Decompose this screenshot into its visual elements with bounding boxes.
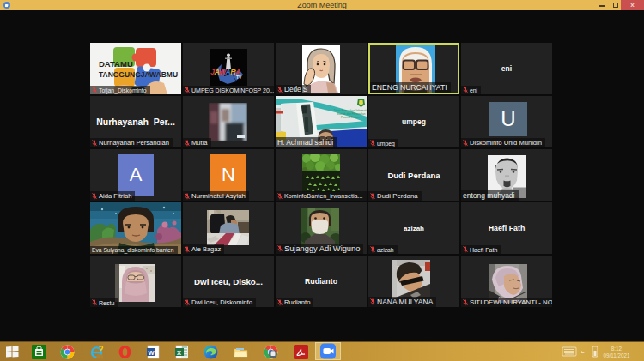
svg-text:W: W bbox=[149, 349, 155, 357]
svg-text:DATAMU: DATAMU bbox=[99, 59, 133, 69]
svg-text:TV: TV bbox=[236, 75, 242, 80]
svg-text:09/11/2021: 09/11/2021 bbox=[603, 352, 630, 358]
svg-text:X: X bbox=[177, 349, 181, 357]
svg-text:TANGGUNGJAWABMU: TANGGUNGJAWABMU bbox=[99, 69, 178, 79]
svg-text:8:12: 8:12 bbox=[611, 346, 623, 352]
svg-text:Provinsi Banten: Provinsi Banten bbox=[341, 116, 360, 119]
